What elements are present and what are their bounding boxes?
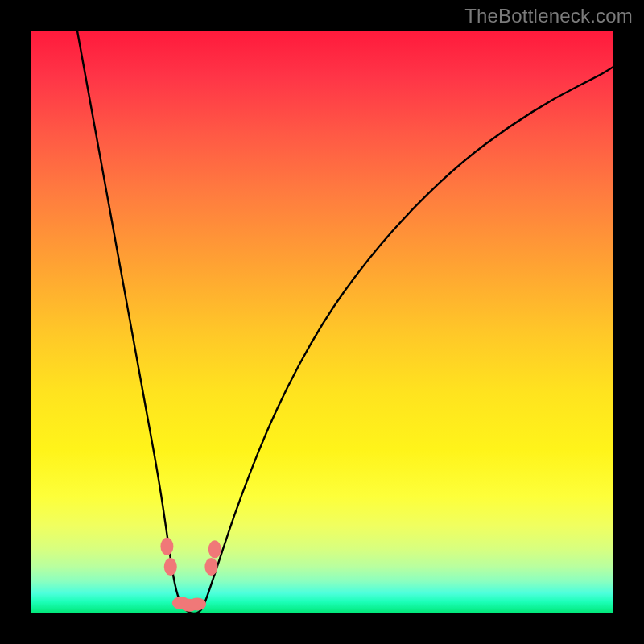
bottleneck-curve [77,31,613,613]
bottom-blob-3 [188,597,206,610]
curve-markers [160,538,221,612]
right-notch-lower [204,558,217,576]
chart-frame: TheBottleneck.com [0,0,644,644]
curve-layer [31,31,613,613]
plot-area [31,31,613,613]
right-notch-upper [208,540,221,558]
watermark-text: TheBottleneck.com [464,5,633,27]
left-notch-upper [160,538,173,555]
left-notch-lower [164,558,177,576]
